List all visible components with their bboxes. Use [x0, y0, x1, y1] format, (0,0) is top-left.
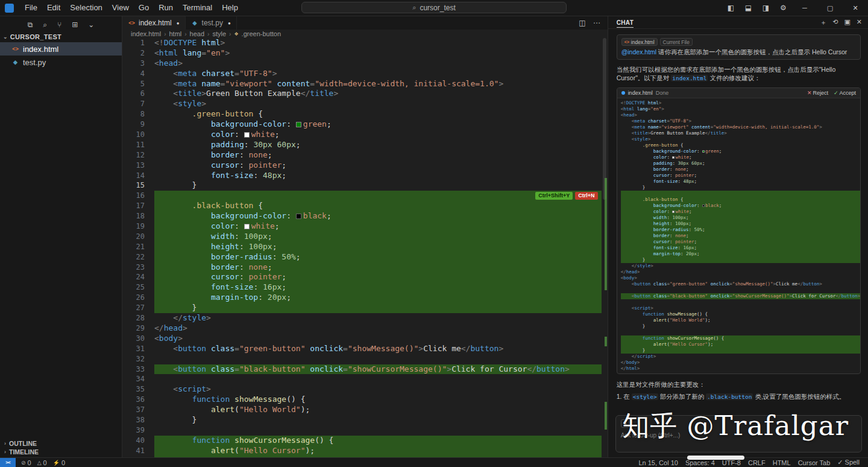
chat-tab[interactable]: CHAT [617, 17, 634, 28]
close-button[interactable]: ✕ [843, 0, 868, 16]
code-line[interactable]: 18 background-color: black; [122, 211, 602, 221]
code-line[interactable]: 20 width: 100px; [122, 232, 602, 242]
status-warnings[interactable]: △0 [34, 458, 50, 467]
code-line[interactable]: 3<head> [122, 59, 602, 69]
status-item[interactable]: HTML [769, 458, 794, 467]
status-item[interactable]: CRLF [744, 458, 769, 467]
menu-file[interactable]: File [20, 0, 42, 16]
code-line[interactable]: 36 function showMessage() { [122, 395, 602, 405]
code-line[interactable]: 23 border: none; [122, 262, 602, 273]
code-line[interactable]: 33 <button class="black-button" onclick=… [122, 364, 602, 375]
code-line[interactable]: 15 } [122, 180, 602, 191]
code-line[interactable]: 29</head> [122, 323, 602, 334]
code-line[interactable]: 21 height: 100px; [122, 242, 602, 252]
command-center[interactable]: ⌕ cursor_test [301, 2, 567, 13]
code-line[interactable]: 38 } [122, 415, 602, 425]
toggle-secondary-sidebar-icon[interactable]: ◨ [757, 4, 775, 12]
code-line[interactable]: 19 color: white; [122, 221, 602, 232]
menu-terminal[interactable]: Terminal [178, 0, 217, 16]
code-line[interactable]: 27 } [122, 303, 602, 313]
code-line[interactable]: 40 function showCursorMessage() { [122, 436, 602, 446]
minimize-button[interactable]: ─ [792, 0, 817, 16]
code-line[interactable]: 2<html lang="en"> [122, 48, 602, 59]
code-line[interactable]: 28 </style> [122, 313, 602, 323]
menu-help[interactable]: Help [217, 0, 243, 16]
open-in-editor-icon[interactable]: ▣ [844, 18, 850, 27]
status-item[interactable]: ✓ Spell [834, 458, 863, 467]
toggle-sidebar-icon[interactable]: ◧ [722, 4, 740, 12]
reject-diff-badge[interactable]: Ctrl+N [575, 192, 597, 200]
chat-history-icon[interactable]: ⟲ [832, 18, 838, 27]
section-timeline[interactable]: ›TIMELINE [0, 448, 122, 456]
files-icon[interactable]: ⧉ [28, 21, 33, 29]
status-errors[interactable]: ⊘0 [18, 458, 34, 467]
status-ports[interactable]: ⚡0 [50, 458, 68, 467]
settings-gear-icon[interactable]: ⚙ [775, 4, 792, 12]
code-line[interactable]: 32 [122, 354, 602, 364]
chevron-down-icon[interactable]: ⌄ [88, 21, 94, 29]
new-chat-icon[interactable]: ＋ [820, 18, 826, 27]
code-line[interactable]: 22 border-radius: 50%; [122, 252, 602, 262]
tab-test.py[interactable]: ◆test.py● [186, 16, 237, 30]
code-line[interactable]: 17 .black-button { [122, 201, 602, 211]
menu-selection[interactable]: Selection [65, 0, 107, 16]
code-line[interactable]: 30<body> [122, 334, 602, 344]
code-line[interactable]: 14 font-size: 48px; [122, 171, 602, 181]
menu-view[interactable]: View [107, 0, 134, 16]
code-line[interactable]: 24 cursor: pointer; [122, 272, 602, 282]
scrollbar-thumb[interactable] [603, 38, 606, 200]
source-control-icon[interactable]: ⑂ [57, 21, 61, 29]
editor-scrollbar[interactable] [602, 38, 608, 457]
code-line[interactable]: 16Ctrl+Shift+YCtrl+N [122, 191, 602, 201]
split-editor-icon[interactable]: ◫ [579, 19, 585, 27]
code-line[interactable]: 1<!DOCTYPE html> [122, 38, 602, 48]
menu-go[interactable]: Go [134, 0, 154, 16]
status-item[interactable]: Cursor Tab [794, 458, 834, 467]
code-line[interactable]: 6 <title>Green Button Example</title> [122, 89, 602, 99]
explorer-section-header[interactable]: ⌄ CURSOR_TEST [0, 31, 122, 42]
reject-button[interactable]: ✕Reject [807, 89, 828, 97]
breadcrumb-item[interactable]: html [169, 30, 181, 37]
code-line[interactable]: 35 <script> [122, 384, 602, 395]
code-line[interactable]: 5 <meta name="viewport" content="width=d… [122, 79, 602, 89]
status-item[interactable]: Ln 15, Col 10 [635, 458, 681, 467]
accept-button[interactable]: ✓Accept [834, 89, 856, 97]
section-outline[interactable]: ›OUTLINE [0, 439, 122, 448]
accept-diff-badge[interactable]: Ctrl+Shift+Y [535, 192, 573, 200]
breadcrumb-item[interactable]: .green-button [242, 30, 281, 37]
code-line[interactable]: 12 border: none; [122, 150, 602, 160]
code-line[interactable]: 34 [122, 374, 602, 384]
status-item[interactable]: Spaces: 4 [682, 458, 719, 467]
maximize-button[interactable]: ▢ [817, 0, 843, 16]
file-item-index.html[interactable]: <>index.html [0, 42, 122, 56]
code-line[interactable]: 10 color: white; [122, 130, 602, 140]
code-line[interactable]: 42 } [122, 456, 602, 457]
code-line[interactable]: 9 background-color: green; [122, 119, 602, 130]
breadcrumb-item[interactable]: head [190, 30, 204, 37]
code-line[interactable]: 4 <meta charset="UTF-8"> [122, 69, 602, 79]
code-line[interactable]: 7 <style> [122, 99, 602, 109]
more-actions-icon[interactable]: ⋯ [593, 19, 600, 27]
code-line[interactable]: 11 padding: 30px 60px; [122, 140, 602, 150]
status-item[interactable]: UTF-8 [719, 458, 744, 467]
breadcrumb-item[interactable]: index.html [131, 30, 161, 37]
code-line[interactable]: 26 margin-top: 20px; [122, 293, 602, 303]
add-context-icon[interactable]: ＋ [621, 419, 629, 428]
remote-indicator[interactable]: >< [0, 458, 16, 467]
code-editor[interactable]: 1<!DOCTYPE html>2<html lang="en">3<head>… [122, 38, 608, 457]
toggle-panel-icon[interactable]: ⬓ [740, 4, 757, 12]
menu-run[interactable]: Run [154, 0, 178, 16]
code-line[interactable]: 25 font-size: 16px; [122, 282, 602, 293]
tab-index.html[interactable]: <>index.html● [122, 16, 186, 30]
file-item-test.py[interactable]: ◆test.py [0, 56, 122, 69]
menu-edit[interactable]: Edit [42, 0, 65, 16]
close-chat-icon[interactable]: ✕ [857, 18, 862, 27]
code-line[interactable]: 41 alert("Hello Cursor"); [122, 446, 602, 456]
code-line[interactable]: 37 alert("Hello World"); [122, 405, 602, 415]
breadcrumb-item[interactable]: style [212, 30, 226, 37]
code-line[interactable]: 31 <button class="green-button" onclick=… [122, 344, 602, 354]
chat-input[interactable]: ＋ Ask follow-up (Ctrl+...) [615, 415, 862, 453]
code-line[interactable]: 13 cursor: pointer; [122, 160, 602, 171]
search-icon[interactable]: ⌕ [43, 21, 47, 29]
code-line[interactable]: 39 [122, 425, 602, 436]
